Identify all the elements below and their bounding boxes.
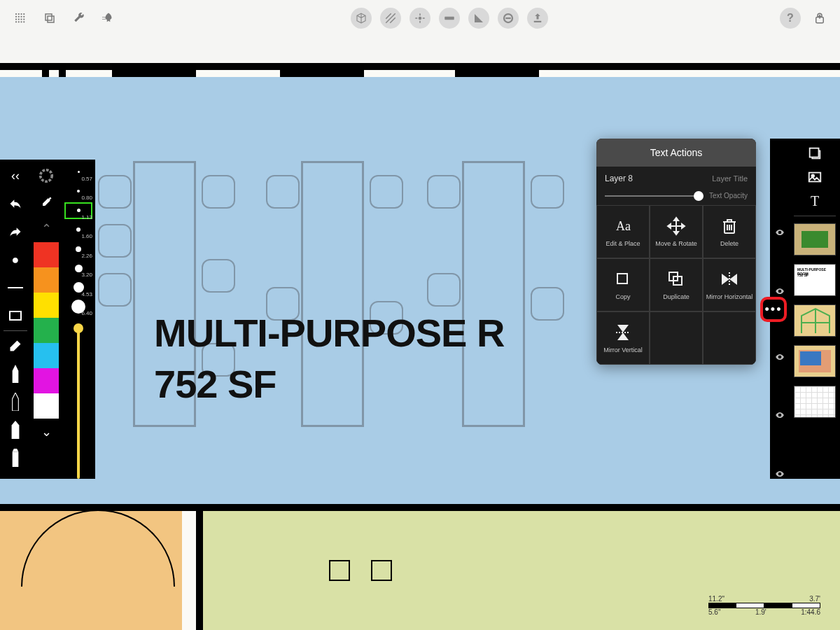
swatch-magenta[interactable] bbox=[34, 368, 59, 393]
cube-icon[interactable] bbox=[351, 8, 372, 29]
share-icon[interactable] bbox=[809, 8, 830, 29]
layers-icon[interactable] bbox=[39, 8, 60, 29]
collapse-icon[interactable]: ‹‹ bbox=[1, 162, 29, 189]
wrench-icon[interactable] bbox=[69, 8, 90, 29]
room-label: MULTI-PURPOSE R 752 SF bbox=[154, 308, 504, 410]
eraser-icon[interactable] bbox=[1, 332, 29, 359]
hatch-icon[interactable] bbox=[380, 8, 401, 29]
toolbar-left-group bbox=[10, 8, 119, 29]
brush-size-2.26[interactable]: 2.26 bbox=[63, 239, 94, 259]
visibility-icon[interactable] bbox=[775, 227, 785, 237]
swatch-yellow[interactable] bbox=[34, 293, 59, 318]
visibility-icon[interactable] bbox=[775, 352, 785, 362]
color-wheel-icon[interactable] bbox=[32, 162, 60, 189]
brush-slider[interactable] bbox=[77, 325, 80, 479]
swatch-red[interactable] bbox=[34, 242, 59, 267]
brush-size-4.53[interactable]: 4.53 bbox=[63, 278, 94, 298]
scale-indicator: 11.2"3.7' 5.6"1.9'1:44.6 bbox=[708, 595, 820, 616]
layer-name[interactable]: Layer 8 bbox=[605, 174, 633, 183]
visibility-icon[interactable] bbox=[775, 410, 785, 420]
more-options-button[interactable]: ••• bbox=[760, 297, 787, 322]
layer-thumbnail[interactable] bbox=[794, 345, 836, 377]
marker-icon[interactable] bbox=[1, 444, 29, 471]
ruler-icon[interactable] bbox=[439, 8, 460, 29]
svg-point-19 bbox=[419, 17, 422, 20]
svg-point-7 bbox=[23, 16, 24, 18]
swatch-cyan[interactable] bbox=[34, 343, 59, 368]
layer-thumbnail[interactable] bbox=[794, 223, 836, 255]
anchor-icon[interactable] bbox=[410, 8, 430, 29]
svg-point-6 bbox=[20, 16, 22, 18]
action-mirror-v[interactable]: Mirror Vertical bbox=[596, 312, 650, 365]
svg-rect-32 bbox=[810, 148, 819, 158]
swatch-green[interactable] bbox=[34, 318, 59, 343]
line-tool-icon[interactable] bbox=[1, 274, 29, 301]
grid-icon[interactable] bbox=[10, 8, 31, 29]
svg-rect-29 bbox=[617, 274, 627, 284]
action-move-rotate[interactable]: Move & Rotate bbox=[650, 205, 703, 258]
brush-size-0.80[interactable]: 0.80 bbox=[63, 182, 94, 202]
svg-point-0 bbox=[15, 13, 17, 15]
svg-point-8 bbox=[15, 18, 17, 20]
top-toolbar: ? bbox=[0, 6, 840, 31]
svg-rect-23 bbox=[534, 21, 542, 22]
swatch-orange[interactable] bbox=[34, 267, 59, 293]
svg-point-10 bbox=[20, 18, 22, 20]
opacity-slider[interactable] bbox=[605, 195, 704, 197]
swatch-white[interactable] bbox=[34, 393, 59, 419]
svg-rect-25 bbox=[13, 451, 19, 467]
visibility-icon[interactable] bbox=[775, 469, 785, 479]
svg-rect-16 bbox=[46, 14, 52, 20]
angle-icon[interactable] bbox=[468, 8, 489, 29]
layer-thumbnail-active[interactable]: MULTI-PURPOSE ROOM 752 SF bbox=[794, 264, 836, 296]
panel-title: Text Actions bbox=[596, 139, 756, 167]
svg-rect-20 bbox=[444, 17, 454, 20]
upload-icon[interactable] bbox=[527, 8, 548, 29]
toolbar-center-group bbox=[351, 8, 548, 29]
svg-point-9 bbox=[18, 18, 20, 20]
svg-point-15 bbox=[23, 21, 24, 22]
svg-point-4 bbox=[15, 16, 17, 18]
svg-point-11 bbox=[23, 18, 24, 20]
redo-icon[interactable] bbox=[1, 218, 29, 245]
pen-bold-icon[interactable] bbox=[1, 416, 29, 443]
eyedropper-icon[interactable] bbox=[32, 189, 60, 216]
text-tool-icon[interactable]: T bbox=[792, 189, 838, 213]
svg-text:Aa: Aa bbox=[616, 219, 631, 233]
text-actions-panel: Text Actions Layer 8 Layer Title Text Op… bbox=[596, 139, 756, 365]
action-duplicate[interactable]: Duplicate bbox=[650, 258, 703, 312]
dot-tool-icon[interactable]: ● bbox=[1, 246, 29, 273]
brush-size-column: 0.570.801.131.602.263.204.536.40 bbox=[62, 160, 95, 479]
layer-thumbnail[interactable] bbox=[794, 304, 836, 337]
pen-medium-icon[interactable] bbox=[1, 388, 29, 415]
brush-size-3.20[interactable]: 3.20 bbox=[63, 259, 94, 279]
pen-fine-icon[interactable] bbox=[1, 360, 29, 387]
layer-title-label: Layer Title bbox=[712, 174, 748, 183]
minus-icon[interactable] bbox=[498, 8, 519, 29]
action-delete[interactable]: Delete bbox=[703, 205, 756, 258]
brush-size-6.40[interactable]: 6.40 bbox=[63, 298, 94, 317]
chevron-up-icon[interactable]: ⌃ bbox=[32, 216, 60, 242]
brush-size-0.57[interactable]: 0.57 bbox=[63, 162, 94, 182]
svg-point-26 bbox=[41, 170, 52, 182]
svg-point-13 bbox=[18, 21, 20, 22]
shape-tool-icon[interactable] bbox=[792, 141, 838, 165]
rocket-icon[interactable] bbox=[98, 8, 119, 29]
visibility-icon[interactable] bbox=[775, 286, 785, 296]
chevron-down-icon[interactable]: ⌄ bbox=[32, 419, 60, 445]
help-icon[interactable]: ? bbox=[780, 8, 801, 29]
room-orange bbox=[0, 511, 182, 630]
undo-icon[interactable] bbox=[1, 190, 29, 217]
layer-thumbnail[interactable] bbox=[794, 386, 836, 418]
room-title: MULTI-PURPOSE R bbox=[154, 311, 504, 355]
rect-tool-icon[interactable] bbox=[1, 302, 29, 329]
action-copy[interactable]: Copy bbox=[596, 258, 650, 312]
brush-size-1.60[interactable]: 1.60 bbox=[63, 220, 94, 240]
svg-point-3 bbox=[23, 13, 24, 15]
room-area: 752 SF bbox=[154, 362, 276, 406]
image-tool-icon[interactable] bbox=[792, 165, 838, 189]
action-edit-place[interactable]: AaEdit & Place bbox=[596, 205, 650, 258]
action-mirror-h[interactable]: Mirror Horizontal bbox=[703, 258, 756, 312]
toolbar-right-group: ? bbox=[780, 8, 830, 29]
brush-size-1.13[interactable]: 1.13 bbox=[63, 201, 94, 220]
